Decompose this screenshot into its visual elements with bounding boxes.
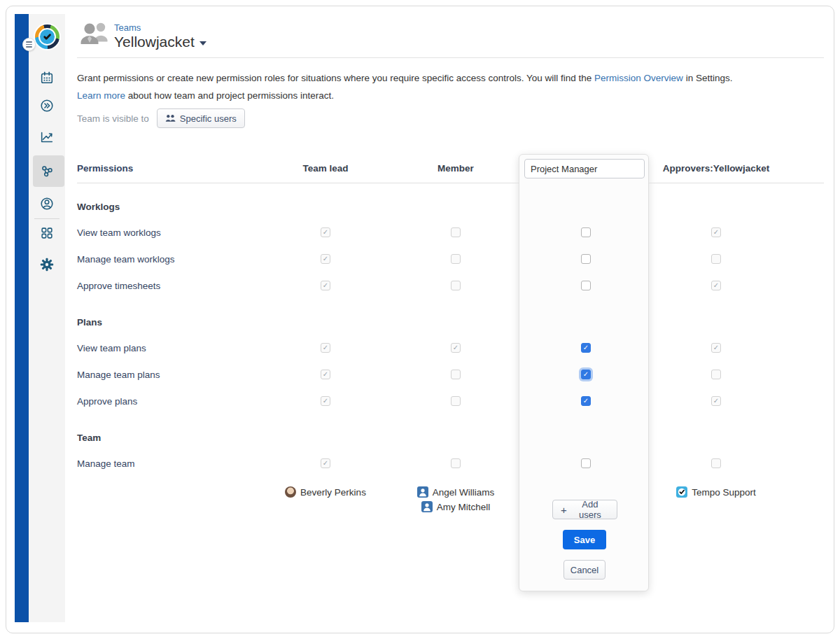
cell-team-lead: ✓: [260, 370, 391, 379]
sidebar-item-reports[interactable]: [38, 129, 55, 146]
save-button[interactable]: Save: [563, 530, 606, 549]
cell-member: [391, 254, 521, 264]
cell-project-manager: [521, 458, 651, 468]
checkbox-manage-team-worklogs-team-lead: ✓: [321, 254, 330, 264]
table-row: Manage team plans✓✓: [77, 361, 824, 388]
checkbox-approve-timesheets-project-manager[interactable]: [581, 281, 591, 290]
team-network-icon: [39, 164, 55, 179]
checkbox-view-team-plans-team-lead: ✓: [321, 343, 330, 353]
team-title-dropdown[interactable]: Yellowjacket: [114, 34, 206, 50]
tempo-logo: [35, 24, 59, 49]
checkbox-approve-timesheets-member: [451, 281, 461, 290]
table-row: View team worklogs✓✓: [77, 219, 824, 246]
member-item: Beverly Perkins: [285, 486, 366, 498]
member-column-team-lead: Beverly Perkins: [260, 486, 391, 498]
cell-approvers: ✓: [651, 396, 781, 406]
table-row: Manage team✓: [77, 450, 824, 477]
member-item: Angel Williams: [417, 486, 495, 498]
checkbox-view-team-plans-project-manager[interactable]: ✓: [581, 343, 591, 353]
cell-team-lead: ✓: [260, 458, 391, 468]
specific-users-label: Specific users: [180, 113, 237, 124]
table-row: Approve timesheets✓✓: [77, 272, 824, 299]
cancel-button[interactable]: Cancel: [564, 560, 606, 580]
table-row: View team plans✓✓✓✓: [77, 335, 824, 361]
permission-label: Approve timesheets: [77, 281, 260, 291]
nav-strip: [15, 14, 29, 622]
checkbox-manage-team-worklogs-project-manager[interactable]: [581, 254, 591, 264]
checkbox-view-team-plans-member: ✓: [451, 343, 461, 353]
checkbox-manage-team-member: [451, 458, 461, 468]
checkbox-manage-team-team-lead: ✓: [321, 458, 330, 468]
members-row: Beverly PerkinsAngel WilliamsAmy Mitchel…: [77, 486, 824, 512]
intro-line-1: Grant permissions or create new permissi…: [77, 73, 826, 83]
checkbox-view-team-worklogs-team-lead: ✓: [321, 227, 330, 237]
column-header-team-lead: Team lead: [260, 163, 391, 174]
cell-project-manager: [521, 227, 651, 237]
teams-people-icon: [78, 21, 111, 49]
double-chevron-icon: [39, 98, 55, 113]
learn-more-link[interactable]: Learn more: [77, 90, 125, 101]
member-item: Amy Mitchell: [421, 501, 491, 512]
checkbox-manage-team-plans-project-manager[interactable]: ✓: [581, 370, 591, 379]
cell-approvers: ✓: [651, 227, 781, 237]
section-header: Team: [77, 433, 824, 445]
trend-chart-icon: [39, 129, 55, 145]
sidebar-item-teams[interactable]: [38, 163, 55, 180]
cell-member: [391, 458, 521, 468]
column-header-member: Member: [391, 163, 521, 174]
checkbox-approve-plans-member: [451, 396, 461, 406]
intro-line-2: Learn more about how team and project pe…: [77, 90, 826, 101]
checkbox-approve-plans-project-manager[interactable]: ✓: [581, 396, 591, 406]
cell-team-lead: ✓: [260, 254, 391, 264]
member-item: Tempo Support: [676, 486, 756, 498]
cell-project-manager: ✓: [521, 370, 651, 379]
checkbox-view-team-worklogs-approvers: ✓: [711, 227, 721, 237]
users-icon: [165, 114, 176, 122]
member-name: Beverly Perkins: [300, 487, 366, 498]
table-row: Manage team worklogs✓: [77, 246, 824, 272]
permission-label: Manage team plans: [77, 370, 260, 380]
cell-member: [391, 396, 521, 406]
cell-member: [391, 281, 521, 290]
cell-project-manager: [521, 254, 651, 264]
visibility-label: Team is visible to: [77, 113, 149, 124]
app-window: Teams Yellowjacket Grant permissions or …: [6, 6, 834, 633]
member-name: Angel Williams: [433, 487, 495, 498]
sidebar-item-profile[interactable]: [38, 195, 55, 212]
permission-label: Manage team worklogs: [77, 254, 260, 265]
cell-project-manager: ✓: [521, 396, 651, 406]
chevron-down-icon: [200, 41, 206, 45]
cell-approvers: ✓: [651, 281, 781, 290]
hamburger-menu-button[interactable]: [22, 38, 36, 51]
checkbox-manage-team-plans-team-lead: ✓: [321, 370, 330, 379]
checkbox-manage-team-project-manager[interactable]: [581, 458, 591, 468]
member-name: Tempo Support: [692, 487, 756, 498]
checkbox-manage-team-approvers: [711, 458, 721, 468]
cell-member: [391, 370, 521, 379]
checkbox-manage-team-worklogs-approvers: [711, 254, 721, 264]
specific-users-button[interactable]: Specific users: [157, 108, 245, 128]
column-header-approvers: Approvers:Yellowjacket: [651, 163, 781, 174]
table-body: WorklogsView team worklogs✓✓Manage team …: [77, 202, 824, 477]
sidebar-item-settings[interactable]: [38, 256, 55, 273]
sidebar-item-quick-access[interactable]: [38, 97, 55, 114]
gear-icon: [39, 257, 55, 272]
permission-overview-link[interactable]: Permission Overview: [594, 73, 683, 83]
checkbox-approve-plans-team-lead: ✓: [321, 396, 330, 406]
checkbox-view-team-worklogs-project-manager[interactable]: [581, 227, 591, 237]
section-header: Worklogs: [77, 202, 824, 214]
cell-member: [391, 227, 521, 237]
breadcrumb-teams[interactable]: Teams: [114, 22, 141, 33]
sidebar-item-calendar[interactable]: [38, 69, 55, 86]
sidebar-item-apps[interactable]: [38, 225, 55, 241]
checkbox-view-team-plans-approvers: ✓: [711, 343, 721, 353]
checkbox-manage-team-plans-approvers: [711, 370, 721, 379]
member-name: Amy Mitchell: [437, 502, 491, 512]
checkbox-manage-team-worklogs-member: [451, 254, 461, 264]
check-icon: [42, 31, 52, 42]
calendar-icon: [39, 70, 55, 85]
permission-label: View team plans: [77, 343, 260, 353]
page-title: Yellowjacket: [114, 34, 195, 50]
checkbox-approve-plans-approvers: ✓: [711, 396, 721, 406]
user-circle-icon: [39, 196, 55, 211]
